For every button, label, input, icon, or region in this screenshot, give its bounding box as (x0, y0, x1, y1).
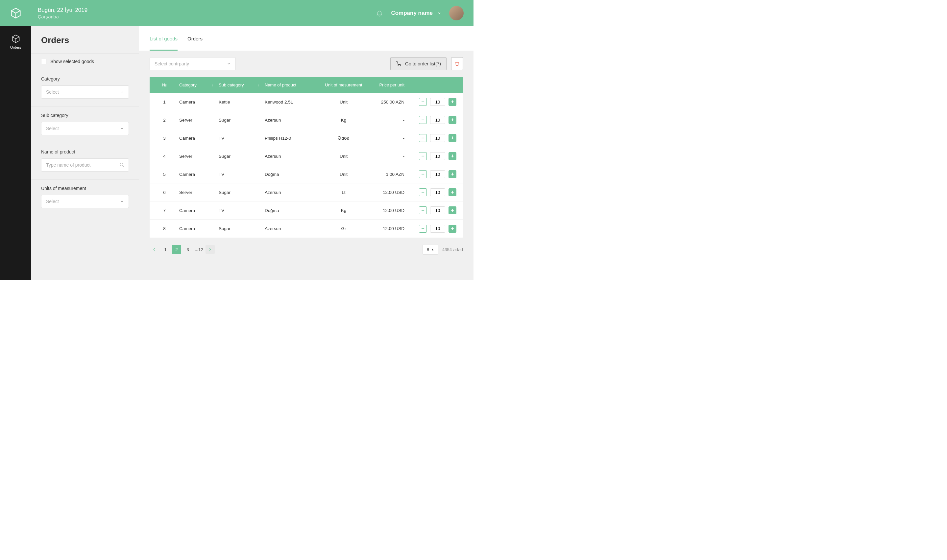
tab-orders[interactable]: Orders (188, 26, 203, 51)
sort-icon: ↑ (258, 83, 259, 87)
cell-category: Camera (179, 208, 219, 213)
qty-input[interactable] (430, 170, 445, 178)
cell-price: 1.00 AZN (368, 172, 411, 177)
page-prev-button[interactable] (149, 245, 159, 254)
qty-decrement-button[interactable]: − (419, 98, 427, 106)
cell-category: Server (179, 118, 219, 123)
cell-name: Doğma (265, 208, 319, 213)
qty-decrement-button[interactable]: − (419, 134, 427, 142)
qty-increment-button[interactable]: + (448, 225, 456, 233)
subcategory-select[interactable]: Select (41, 122, 129, 135)
avatar[interactable] (449, 6, 463, 20)
qty-increment-button[interactable]: + (448, 152, 456, 160)
page-button[interactable]: 2 (172, 245, 181, 254)
cell-name: Doğma (265, 172, 319, 177)
category-label: Category (41, 76, 129, 82)
cell-category: Camera (179, 100, 219, 105)
trash-icon (454, 61, 460, 66)
qty-increment-button[interactable]: + (448, 116, 456, 124)
table-row: 2ServerSugarAzersunKg-−+ (149, 111, 463, 129)
page-button[interactable]: 1 (161, 245, 170, 254)
qty-decrement-button[interactable]: − (419, 188, 427, 196)
nav-orders[interactable]: Orders (0, 31, 31, 52)
chevron-down-icon (227, 62, 231, 66)
cell-num: 1 (149, 100, 179, 105)
cell-unit: Unit (319, 172, 368, 177)
qty-increment-button[interactable]: + (448, 98, 456, 106)
cell-subcategory: TV (219, 136, 265, 141)
search-icon (119, 162, 125, 168)
cell-category: Camera (179, 136, 219, 141)
page-size-select[interactable]: 8 ▲ (422, 244, 438, 255)
page-button[interactable]: 3 (183, 245, 192, 254)
tab-list-label: List of goods (149, 36, 177, 42)
qty-input[interactable] (430, 98, 445, 106)
table-row: 7CameraTVDoğmaKg12.00 USD−+ (149, 202, 463, 220)
col-num: № (149, 83, 179, 88)
table-row: 5CameraTVDoğmaUnit1.00 AZN−+ (149, 165, 463, 183)
sort-icon: ↑ (212, 83, 213, 87)
product-name-input[interactable] (41, 158, 129, 172)
qty-decrement-button[interactable]: − (419, 170, 427, 178)
cart-icon (396, 61, 402, 67)
delete-button[interactable] (451, 57, 463, 70)
qty-increment-button[interactable]: + (448, 170, 456, 178)
qty-increment-button[interactable]: + (448, 188, 456, 196)
cell-num: 4 (149, 154, 179, 159)
cell-num: 6 (149, 190, 179, 195)
qty-input[interactable] (430, 206, 445, 214)
company-name: Company name (391, 10, 433, 17)
cell-num: 3 (149, 136, 179, 141)
show-selected-checkbox[interactable]: Show selected goods (41, 59, 129, 64)
cell-num: 8 (149, 226, 179, 231)
page-button[interactable]: ...12 (194, 245, 203, 254)
sort-icon: ↑ (312, 83, 314, 87)
cell-price: 12.00 USD (368, 190, 411, 195)
category-select[interactable]: Select (41, 85, 129, 98)
go-to-order-list-button[interactable]: Go to order list(7) (390, 57, 447, 70)
qty-input[interactable] (430, 225, 445, 233)
qty-input[interactable] (430, 188, 445, 196)
cell-unit: Unit (319, 100, 368, 105)
cell-num: 5 (149, 172, 179, 177)
qty-input[interactable] (430, 116, 445, 124)
cell-name: Philips H12-0 (265, 136, 319, 141)
qty-input[interactable] (430, 152, 445, 160)
qty-input[interactable] (430, 134, 445, 142)
cell-subcategory: TV (219, 208, 265, 213)
col-subcategory[interactable]: Sub category↑ (219, 83, 265, 88)
cell-subcategory: Sugar (219, 154, 265, 159)
category-placeholder: Select (46, 89, 59, 95)
qty-decrement-button[interactable]: − (419, 152, 427, 160)
table-row: 6ServerSugarAzersunLt12.00 USD−+ (149, 183, 463, 202)
table-row: 4ServerSugarAzersunUnit-−+ (149, 147, 463, 165)
cell-name: Azersun (265, 190, 319, 195)
col-category[interactable]: Category↑ (179, 83, 219, 88)
subcategory-label: Sub category (41, 113, 129, 118)
units-select[interactable]: Select (41, 195, 129, 208)
company-selector[interactable]: Company name (391, 10, 441, 17)
tab-orders-label: Orders (188, 36, 203, 42)
page-next-button[interactable] (205, 245, 215, 254)
cell-name: Kenwood 2.5L (265, 100, 319, 105)
qty-decrement-button[interactable]: − (419, 206, 427, 214)
header-day: Çərşənbə (38, 14, 88, 19)
qty-increment-button[interactable]: + (448, 206, 456, 214)
cell-price: - (368, 136, 411, 141)
cell-category: Server (179, 190, 219, 195)
col-name[interactable]: Name of product↑ (265, 83, 319, 88)
chevron-down-icon (120, 126, 124, 131)
tab-list-of-goods[interactable]: List of goods (149, 26, 177, 51)
chevron-down-icon (120, 90, 124, 94)
counterparty-select[interactable]: Select contrparty (149, 57, 236, 70)
cell-unit: Unit (319, 154, 368, 159)
cell-num: 2 (149, 118, 179, 123)
bell-icon[interactable] (376, 9, 383, 17)
svg-point-2 (400, 65, 400, 66)
qty-decrement-button[interactable]: − (419, 225, 427, 233)
cell-name: Azersun (265, 118, 319, 123)
qty-decrement-button[interactable]: − (419, 116, 427, 124)
chevron-down-icon (437, 11, 441, 15)
page-size-value: 8 (427, 247, 429, 252)
qty-increment-button[interactable]: + (448, 134, 456, 142)
